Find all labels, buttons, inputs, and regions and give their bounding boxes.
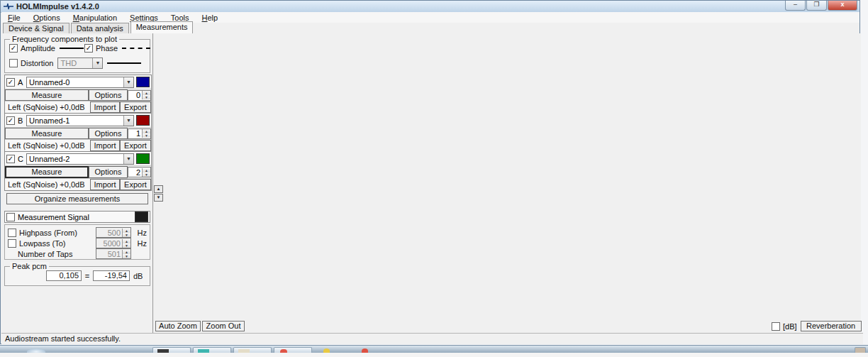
measurement-c-import-button[interactable]: Import	[90, 179, 120, 190]
desktop	[0, 353, 868, 357]
spin-down-icon[interactable]: ▼	[123, 254, 130, 258]
measurement-b-checkbox[interactable]	[6, 116, 15, 125]
measurement-b-name: Unnamed-1	[27, 116, 123, 125]
measurement-b-import-button[interactable]: Import	[90, 140, 120, 151]
close-button[interactable]: x	[828, 1, 857, 11]
spin-up-icon[interactable]: ▲	[154, 185, 163, 193]
measurement-b-index: 1	[128, 129, 142, 138]
spin-down-icon[interactable]: ▼	[154, 194, 163, 202]
chevron-down-icon: ▼	[123, 77, 133, 87]
lowpass-spinner[interactable]: 5000 ▲▼	[96, 238, 131, 248]
measurement-c-gain-label: Left (SqNoise) +0,0dB	[5, 180, 90, 189]
peak-pcm-title: Peak pcm	[10, 262, 49, 270]
measurement-a-options-button[interactable]: Options	[89, 89, 128, 101]
measurement-a-name-select[interactable]: Unnamed-0 ▼	[26, 77, 134, 88]
measurement-b-options-button[interactable]: Options	[89, 128, 128, 139]
title-bar[interactable]: HOLMImpulse v1.4.2.0 – ❐ x	[1, 1, 859, 13]
peak-db-unit: dB	[133, 272, 143, 280]
highpass-unit: Hz	[131, 229, 147, 237]
amplitude-label: Amplitude	[21, 44, 55, 53]
measurement-c-index-spinner[interactable]: 2 ▲▼	[128, 167, 151, 177]
measurement-b-color-swatch[interactable]	[136, 115, 150, 126]
peak-pcm-group: Peak pcm 0,105 = -19,54 dB	[4, 266, 150, 286]
measurement-b-letter: B	[18, 116, 26, 125]
menu-help[interactable]: Help	[196, 13, 225, 22]
taps-spinner[interactable]: 501 ▲▼	[96, 248, 131, 259]
frequency-response-chart[interactable]	[153, 33, 859, 209]
measurements-panel: Frequency components to plot Amplitude P…	[2, 33, 152, 333]
lowpass-label: Lowpass (To)	[19, 239, 96, 248]
amplitude-scale-spinner: ▲ ▼	[154, 185, 163, 202]
measurement-a-index-spinner[interactable]: 0 ▲▼	[128, 90, 151, 101]
highpass-spinner[interactable]: 500 ▲▼	[96, 227, 131, 238]
measurement-a-index: 0	[128, 91, 142, 99]
measurement-c-export-button[interactable]: Export	[120, 179, 151, 190]
reverberation-button[interactable]: Reverberation	[801, 321, 862, 331]
tab-data-analysis[interactable]: Data analysis	[71, 23, 129, 33]
auto-zoom-button[interactable]: Auto Zoom	[155, 321, 201, 331]
measurement-a-block: A Unnamed-0 ▼ Measure Options 0 ▲▼ Left …	[4, 75, 152, 114]
freq-components-title: Frequency components to plot	[10, 35, 119, 43]
measurement-b-measure-button[interactable]: Measure	[5, 128, 89, 139]
spin-down-icon[interactable]: ▼	[143, 133, 150, 138]
measurement-a-gain-label: Left (SqNoise) +0,0dB	[5, 103, 90, 111]
measurement-c-measure-button[interactable]: Measure	[5, 166, 89, 178]
taps-value: 501	[96, 250, 122, 258]
signal-filter-group: Highpass (From) 500 ▲▼ Hz Lowpass (To) 5…	[4, 224, 150, 260]
chevron-down-icon: ▼	[123, 154, 133, 164]
measurement-b-block: B Unnamed-1 ▼ Measure Options 1 ▲▼ Left …	[4, 113, 152, 152]
peak-pcm-value: 0,105	[46, 270, 82, 281]
spin-down-icon[interactable]: ▼	[123, 243, 130, 248]
measurement-c-color-swatch[interactable]	[136, 153, 150, 164]
measurement-c-name-select[interactable]: Unnamed-2 ▼	[26, 153, 134, 165]
lowpass-checkbox[interactable]	[8, 239, 16, 248]
measurement-a-checkbox[interactable]	[6, 78, 15, 87]
measurement-b-gain-label: Left (SqNoise) +0,0dB	[5, 141, 90, 150]
status-text: Audiostream started successfully.	[5, 334, 121, 343]
chevron-down-icon: ▼	[92, 58, 102, 68]
measurement-b-index-spinner[interactable]: 1 ▲▼	[128, 128, 151, 139]
measurement-signal-color-swatch[interactable]	[135, 212, 148, 222]
measurement-b-export-button[interactable]: Export	[120, 140, 151, 151]
menu-settings[interactable]: Settings	[123, 13, 165, 22]
measurement-a-export-button[interactable]: Export	[120, 101, 151, 113]
highpass-checkbox[interactable]	[8, 229, 16, 237]
menu-manipulation[interactable]: Manipulation	[67, 13, 123, 22]
organize-measurements-button[interactable]: Organize measurements	[6, 193, 148, 204]
spin-down-icon[interactable]: ▼	[143, 95, 150, 99]
status-bar: Audiostream started successfully.	[1, 333, 863, 344]
measurement-c-options-button[interactable]: Options	[89, 166, 128, 178]
measurement-c-checkbox[interactable]	[6, 155, 15, 163]
tab-device-signal[interactable]: Device & Signal	[3, 23, 69, 33]
db-checkbox[interactable]	[772, 322, 780, 331]
distortion-checkbox[interactable]	[9, 59, 18, 67]
amplitude-checkbox[interactable]	[9, 44, 18, 53]
phase-checkbox[interactable]	[84, 44, 93, 53]
peak-db-value: -19,54	[93, 270, 130, 281]
distortion-type-value: THD	[58, 59, 92, 67]
spin-down-icon[interactable]: ▼	[143, 172, 150, 177]
measurement-signal-checkbox[interactable]	[6, 213, 15, 221]
app-icon	[4, 3, 13, 10]
measurement-signal-label: Measurement Signal	[18, 213, 135, 221]
restore-button[interactable]: ❐	[806, 1, 827, 11]
measurement-signal-header: Measurement Signal	[4, 211, 150, 223]
lowpass-unit: Hz	[131, 239, 147, 248]
menu-tools[interactable]: Tools	[165, 13, 196, 22]
zoom-out-button[interactable]: Zoom Out	[202, 321, 245, 331]
distortion-type-select[interactable]: THD ▼	[57, 57, 103, 69]
app-window: HOLMImpulse v1.4.2.0 – ❐ x File Options …	[0, 0, 860, 344]
measurement-c-letter: C	[18, 155, 26, 163]
spin-down-icon[interactable]: ▼	[123, 233, 130, 237]
measurement-a-measure-button[interactable]: Measure	[5, 89, 89, 101]
minimize-button[interactable]: –	[785, 1, 806, 11]
measurement-c-name: Unnamed-2	[27, 155, 123, 163]
menu-options[interactable]: Options	[27, 13, 67, 22]
measurement-a-color-swatch[interactable]	[136, 77, 150, 87]
measurement-c-block: C Unnamed-2 ▼ Measure Options 2 ▲▼ Left …	[4, 151, 152, 191]
measurement-a-import-button[interactable]: Import	[90, 101, 120, 113]
tab-measurements[interactable]: Measurements	[130, 21, 194, 33]
measurement-b-name-select[interactable]: Unnamed-1 ▼	[26, 115, 134, 126]
db-label: [dB]	[783, 322, 797, 331]
menu-file[interactable]: File	[1, 13, 27, 22]
